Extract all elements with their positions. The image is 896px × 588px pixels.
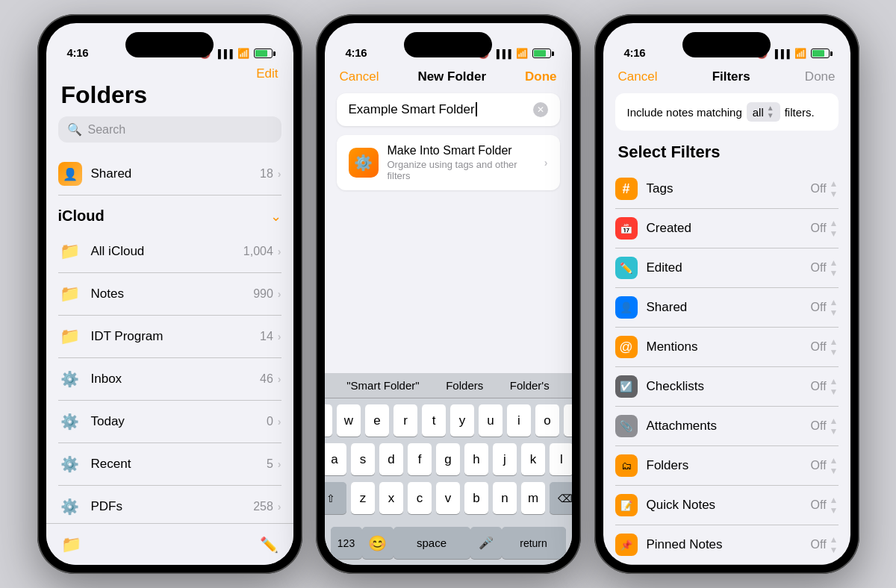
filter-row-checklists[interactable]: ☑️ Checklists Off ▲▼ — [615, 367, 839, 407]
chevron: › — [278, 501, 281, 513]
filter-stepper-attachments[interactable]: ▲▼ — [830, 416, 839, 437]
filter-stepper-pinnednotes[interactable]: ▲▼ — [830, 534, 839, 556]
filter-status-mentions: Off — [811, 340, 827, 354]
icloud-chevron[interactable]: ⌄ — [270, 208, 281, 225]
list-item[interactable]: ⚙️ Today 0 › — [58, 401, 281, 443]
filter-stepper-edited[interactable]: ▲▼ — [830, 257, 839, 279]
filter-status-edited: Off — [811, 261, 827, 275]
filter-row-created[interactable]: 📅 Created Off ▲▼ — [615, 209, 839, 248]
filters-select[interactable]: all ▲▼ — [747, 102, 780, 122]
space-key[interactable]: space — [393, 527, 470, 559]
phone-filters-screen: 4:16 🔕 ▐▐▐ 📶 Cancel Filters Done Include… — [603, 23, 850, 565]
filter-icon-quicknotes: 📝 — [615, 494, 638, 516]
list-item[interactable]: 📁 IDT Program 14 › — [58, 316, 281, 358]
list-item[interactable]: ⚙️ Inbox 46 › — [58, 358, 281, 401]
key-t[interactable]: t — [422, 404, 446, 437]
suggestion-3[interactable]: Folder's — [510, 379, 550, 392]
filter-stepper-quicknotes[interactable]: ▲▼ — [830, 495, 839, 516]
done-button-2[interactable]: Done — [525, 69, 557, 84]
include-suffix: filters. — [785, 106, 815, 119]
filter-row-quicknotes[interactable]: 📝 Quick Notes Off ▲▼ — [615, 486, 839, 525]
dynamic-island-1 — [125, 32, 214, 57]
numbers-key[interactable]: 123 — [331, 527, 362, 559]
key-s[interactable]: s — [351, 443, 375, 475]
cancel-button-2[interactable]: Cancel — [340, 69, 379, 84]
key-j[interactable]: j — [493, 443, 517, 475]
cancel-button-3[interactable]: Cancel — [618, 69, 658, 84]
folder-name-value: Example Smart Folder — [349, 102, 527, 117]
filter-row-mentions[interactable]: @ Mentions Off ▲▼ — [615, 328, 839, 367]
filter-stepper-created[interactable]: ▲▼ — [830, 218, 839, 240]
folder-icon-idt: 📁 — [58, 325, 82, 348]
key-y[interactable]: y — [450, 404, 474, 437]
key-e[interactable]: e — [365, 404, 389, 437]
key-o[interactable]: o — [535, 404, 559, 437]
key-g[interactable]: g — [436, 443, 460, 475]
keyboard: "Smart Folder" Folders Folder's q w e r … — [325, 373, 572, 565]
filter-icon-created: 📅 — [615, 217, 638, 240]
key-d[interactable]: d — [379, 443, 403, 475]
search-placeholder: Search — [88, 123, 126, 137]
filter-stepper-folders[interactable]: ▲▼ — [830, 455, 839, 477]
filter-row-pinnednotes[interactable]: 📌 Pinned Notes Off ▲▼ — [615, 525, 839, 565]
filter-stepper-checklists[interactable]: ▲▼ — [830, 376, 839, 398]
key-b[interactable]: b — [464, 482, 488, 514]
key-z[interactable]: z — [351, 482, 375, 514]
smart-folder-row[interactable]: ⚙️ Make Into Smart Folder Organize using… — [337, 135, 560, 190]
phone-new-folder-screen: 4:16 🔕 ▐▐▐ 📶 Cancel New Folder Done Exam… — [325, 23, 572, 565]
key-n[interactable]: n — [493, 482, 517, 514]
key-r[interactable]: r — [393, 404, 417, 437]
clear-input-button[interactable]: ✕ — [533, 102, 548, 117]
folder-count-today: 0 — [267, 415, 273, 428]
delete-key[interactable]: ⌫ — [550, 482, 572, 514]
filter-status-created: Off — [811, 222, 827, 235]
mic-key[interactable]: 🎤 — [470, 527, 502, 559]
shift-key[interactable]: ⇧ — [325, 482, 347, 514]
compose-icon[interactable]: ✏️ — [260, 536, 279, 554]
suggestion-1[interactable]: "Smart Folder" — [346, 379, 419, 392]
filter-stepper-tags[interactable]: ▲▼ — [830, 178, 839, 200]
suggestion-2[interactable]: Folders — [446, 379, 483, 392]
new-folder-icon[interactable]: 📁 — [61, 535, 81, 554]
filter-stepper-mentions[interactable]: ▲▼ — [830, 337, 839, 358]
list-item[interactable]: 📁 Notes 990 › — [58, 273, 281, 316]
folder-icon-allicloud: 📁 — [58, 240, 82, 263]
key-p[interactable]: p — [564, 404, 572, 437]
list-item[interactable]: 📁 All iCloud 1,004 › — [58, 231, 281, 273]
key-k[interactable]: k — [521, 443, 545, 475]
filter-row-folders[interactable]: 🗂 Folders Off ▲▼ — [615, 446, 839, 486]
key-q[interactable]: q — [325, 404, 333, 437]
filter-name-attachments: Attachments — [647, 419, 811, 434]
key-a[interactable]: a — [325, 443, 347, 475]
filter-status-checklists: Off — [811, 380, 827, 393]
return-key[interactable]: return — [502, 527, 566, 559]
filter-row-tags[interactable]: # Tags Off ▲▼ — [615, 169, 839, 209]
key-f[interactable]: f — [408, 443, 432, 475]
key-w[interactable]: w — [337, 404, 361, 437]
new-folder-title: New Folder — [417, 69, 486, 84]
search-bar[interactable]: 🔍 Search — [58, 116, 281, 143]
key-m[interactable]: m — [521, 482, 545, 514]
edit-button[interactable]: Edit — [256, 66, 278, 81]
list-item[interactable]: ⚙️ Recent 5 › — [58, 443, 281, 486]
folder-name-input[interactable]: Example Smart Folder ✕ — [337, 93, 560, 126]
key-v[interactable]: v — [436, 482, 460, 514]
key-x[interactable]: x — [379, 482, 403, 514]
filter-row-attachments[interactable]: 📎 Attachments Off ▲▼ — [615, 407, 839, 446]
key-l[interactable]: l — [550, 443, 572, 475]
key-h[interactable]: h — [464, 443, 488, 475]
key-i[interactable]: i — [507, 404, 531, 437]
key-c[interactable]: c — [408, 482, 432, 514]
signal-icon-2: ▐▐▐ — [494, 49, 511, 58]
filter-row-shared[interactable]: 👤 Shared Off ▲▼ — [615, 288, 839, 328]
key-u[interactable]: u — [479, 404, 503, 437]
filter-row-edited[interactable]: ✏️ Edited Off ▲▼ — [615, 248, 839, 288]
filter-stepper-shared[interactable]: ▲▼ — [830, 297, 839, 319]
shared-chevron: › — [278, 168, 281, 180]
phone-folders-screen: 4:16 🔕 ▐▐▐ 📶 Edit Folders 🔍 Search 👤 — [46, 23, 293, 565]
shared-row[interactable]: 👤 Shared 18 › — [58, 153, 281, 196]
select-filters-title: Select Filters — [603, 143, 850, 169]
list-item[interactable]: ⚙️ PDFs 258 › — [58, 486, 281, 523]
emoji-key[interactable]: 😊 — [362, 527, 393, 559]
filter-name-checklists: Checklists — [647, 379, 811, 394]
